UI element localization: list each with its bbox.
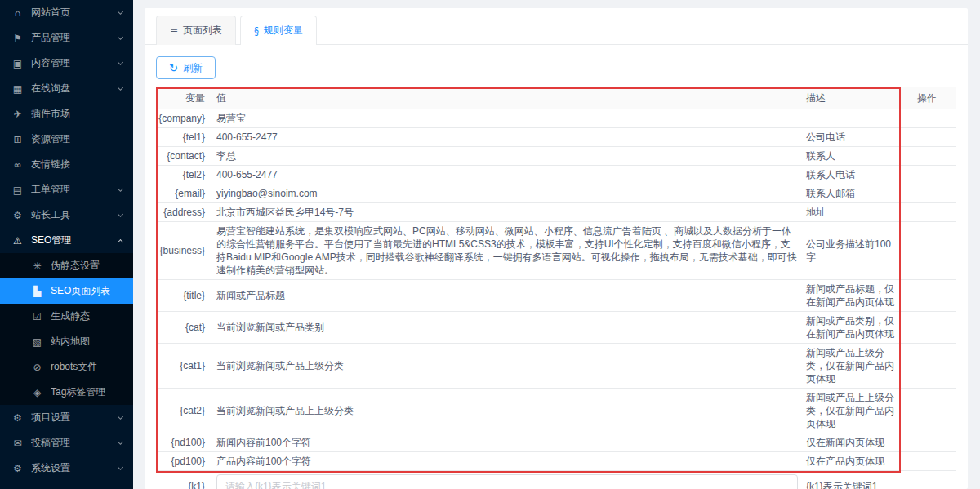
content-icon: ▣	[11, 58, 24, 69]
sidebar-item-label: SEO管理	[31, 233, 118, 247]
main-area: ≡ 页面列表 § 规则变量 ↻ 刷新 变量 值 描述 操作 {company}易	[133, 0, 980, 489]
sidebar-item-submission[interactable]: ✉投稿管理	[0, 430, 133, 456]
variable-cell: {cat1}	[156, 357, 205, 375]
description-cell: 新闻或产品上上级分类，仅在新闻产品内页体现	[806, 389, 901, 433]
description-cell: 新闻或产品标题，仅在新闻产品内页体现	[806, 280, 901, 311]
variable-cell: {pd100}	[156, 452, 205, 470]
operation-cell	[901, 191, 956, 196]
tab-label: 规则变量	[264, 24, 303, 38]
sidebar-item-product[interactable]: ⚑产品管理	[0, 25, 133, 51]
tab-rule-variables[interactable]: § 规则变量	[240, 16, 317, 45]
tab-content: ↻ 刷新 变量 值 描述 操作 {company}易营宝{tel1}400-65…	[145, 45, 968, 489]
description-cell: 联系人电话	[806, 166, 901, 184]
chevron-down-icon	[118, 211, 123, 217]
description-cell: 公司电话	[806, 128, 901, 146]
operation-cell	[901, 248, 956, 253]
friend-links-icon: ∞	[11, 159, 24, 171]
sidebar-subitem-label: Tag标签管理	[51, 385, 123, 399]
header-description: 描述	[806, 87, 901, 109]
refresh-icon: ↻	[169, 62, 178, 74]
chevron-down-icon	[118, 465, 123, 470]
value-cell: 新闻或产品标题	[205, 287, 806, 305]
sidebar-item-workorder[interactable]: ▤工单管理	[0, 177, 133, 202]
sidebar-item-label: 插件市场	[31, 107, 122, 121]
table-row: {company}易营宝	[156, 109, 956, 128]
sidebar-item-label: 投稿管理	[31, 436, 118, 450]
sidebar-item-home[interactable]: ⌂网站首页	[0, 0, 133, 25]
value-cell: 产品内容前100个字符	[205, 452, 806, 470]
description-cell: 仅在新闻内页体现	[806, 433, 901, 451]
description-cell: 新闻或产品上级分类，仅在新闻产品内页体现	[806, 344, 901, 388]
k1-keyword-input[interactable]	[216, 474, 798, 489]
chevron-down-icon	[118, 439, 123, 445]
sidebar-item-seo[interactable]: ⚠SEO管理	[0, 228, 133, 253]
value-cell: 易营宝	[205, 109, 806, 127]
sidebar-item-label: 网站首页	[31, 6, 118, 20]
description-cell	[806, 116, 901, 121]
chevron-down-icon	[118, 34, 123, 40]
variables-table: 变量 值 描述 操作 {company}易营宝{tel1}400-655-247…	[156, 87, 956, 489]
operation-cell	[901, 135, 956, 140]
tab-page-list[interactable]: ≡ 页面列表	[156, 16, 236, 45]
chevron-down-icon	[118, 186, 123, 192]
variable-cell: {tel1}	[156, 128, 205, 146]
operation-cell	[901, 116, 956, 121]
plugin-market-icon: ✈	[11, 109, 24, 120]
home-icon: ⌂	[11, 7, 24, 19]
header-variable: 变量	[156, 87, 205, 109]
sidebar-item-label: 项目设置	[31, 411, 118, 425]
variable-cell: {k1}	[156, 478, 205, 489]
operation-cell	[901, 484, 956, 489]
seo-icon: ⚠	[11, 235, 24, 247]
sidebar-item-inquiry[interactable]: ▦在线询盘	[0, 76, 133, 101]
operation-cell	[901, 459, 956, 464]
sidebar-subitem-rewrite-settings[interactable]: ✳伪静态设置	[0, 253, 133, 278]
sidebar-subitem-seo-page-list[interactable]: ▙SEO页面列表	[0, 278, 133, 304]
sidebar-item-label: 资源管理	[31, 132, 122, 146]
description-cell: 新闻或产品类别，仅在新闻产品内页体现	[806, 312, 901, 343]
operation-cell	[901, 363, 956, 368]
description-cell: 地址	[806, 203, 901, 221]
sidebar-item-label: 产品管理	[31, 31, 118, 45]
chevron-down-icon	[118, 414, 123, 420]
sidebar-subitem-tag-manage[interactable]: ◈Tag标签管理	[0, 380, 133, 405]
sidebar-subitem-robots-file[interactable]: ⊘robots文件	[0, 354, 133, 380]
product-icon: ⚑	[11, 33, 24, 44]
description-cell: 公司业务描述前100字	[806, 235, 901, 266]
resource-icon: ⊞	[11, 134, 24, 145]
tab-label: 页面列表	[183, 24, 222, 38]
value-cell: yiyingbao@sinoim.com	[205, 184, 806, 202]
robots-file-icon: ⊘	[31, 362, 43, 373]
refresh-button[interactable]: ↻ 刷新	[156, 56, 216, 79]
sidebar-item-system-settings[interactable]: ⚙系统设置	[0, 456, 133, 481]
chevron-down-icon	[118, 85, 123, 91]
variable-cell: {cat}	[156, 318, 205, 336]
workorder-icon: ▤	[11, 184, 24, 196]
sidebar-item-content[interactable]: ▣内容管理	[0, 51, 133, 76]
value-cell: 李总	[205, 147, 806, 165]
sidebar-item-friend-links[interactable]: ∞友情链接	[0, 152, 133, 177]
sidebar-item-label: 系统设置	[31, 461, 118, 475]
submission-icon: ✉	[11, 438, 24, 449]
variable-cell: {title}	[156, 287, 205, 305]
value-cell: 当前浏览新闻或产品上上级分类	[205, 402, 806, 420]
seo-submenu: ✳伪静态设置▙SEO页面列表☑生成静态▧站内地图⊘robots文件◈Tag标签管…	[0, 253, 133, 405]
system-settings-icon: ⚙	[11, 463, 24, 474]
table-row: {contact}李总联系人	[156, 147, 956, 166]
refresh-label: 刷新	[183, 61, 203, 75]
sidebar-subitem-generate-static[interactable]: ☑生成静态	[0, 304, 133, 329]
value-cell: 400-655-2477	[205, 128, 806, 146]
sidebar-item-plugin-market[interactable]: ✈插件市场	[0, 101, 133, 127]
sidebar-item-webmaster-tools[interactable]: ⚙站长工具	[0, 202, 133, 228]
sidebar-item-resource[interactable]: ⊞资源管理	[0, 127, 133, 152]
sidebar-item-project-settings[interactable]: ⚙项目设置	[0, 405, 133, 430]
generate-static-icon: ☑	[31, 311, 43, 322]
variable-cell: {company}	[156, 109, 205, 127]
table-row: {tel1}400-655-2477公司电话	[156, 128, 956, 147]
sidebar-subitem-sitemap[interactable]: ▧站内地图	[0, 329, 133, 354]
sidebar: ⌂网站首页⚑产品管理▣内容管理▦在线询盘✈插件市场⊞资源管理∞友情链接▤工单管理…	[0, 0, 133, 489]
sidebar-item-label: 站长工具	[31, 208, 118, 222]
variable-cell: {email}	[156, 184, 205, 202]
description-cell: {k1}表示关键词1	[806, 478, 901, 489]
sidebar-subitem-label: robots文件	[51, 360, 123, 374]
